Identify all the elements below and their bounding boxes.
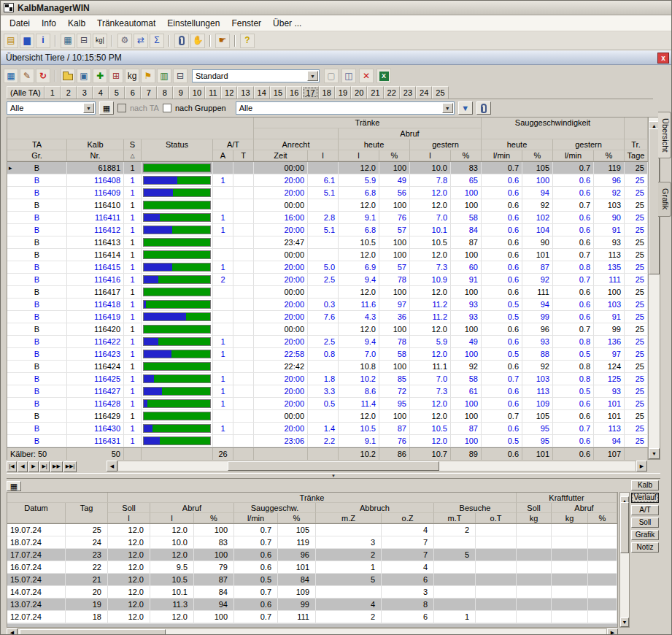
col-pct-header[interactable]: % (522, 150, 553, 161)
nav-button-5[interactable]: ▶▶| (63, 461, 77, 472)
col-l-header[interactable]: l (410, 150, 451, 161)
scroll-down-icon[interactable]: ▼ (620, 617, 629, 627)
title-bar[interactable]: KalbManagerWIN (1, 1, 671, 15)
automat-icon[interactable]: ⚙ (117, 34, 132, 48)
menu-fenster[interactable]: Fenster (225, 17, 267, 30)
table-row[interactable]: 15.07.242112.010.5870.58456 (7, 574, 617, 586)
paperclip-icon[interactable] (476, 101, 491, 115)
scroll-right-icon[interactable]: ▶ (636, 461, 647, 472)
tab-3[interactable]: 3 (77, 86, 93, 99)
col-besuche-header[interactable]: Besuche (434, 503, 517, 513)
table-row[interactable]: B1164231122:580.87.05812.01000.5880.5972… (7, 348, 648, 361)
tab-11[interactable]: 11 (205, 86, 221, 99)
tab-12[interactable]: 12 (221, 86, 237, 99)
animal-filter-combo[interactable]: Alle ▼ (236, 101, 455, 115)
side-button-a-t[interactable]: A/T (631, 505, 659, 515)
tab-18[interactable]: 18 (319, 86, 335, 99)
table-row[interactable]: B1164301120:001.410.58710.5870.6950.7113… (7, 423, 648, 435)
scrollbar-thumb[interactable] (228, 461, 439, 471)
journal-icon[interactable]: ▤ (4, 34, 18, 48)
col-at-header[interactable]: A/T (213, 139, 254, 150)
table-row[interactable]: B116418120:000.311.69711.2930.5940.61032… (7, 299, 648, 311)
col-ta-header[interactable]: TA (7, 139, 67, 150)
tab-1[interactable]: 1 (45, 86, 61, 99)
tab-6[interactable]: 6 (125, 86, 141, 99)
table-row[interactable]: 14.07.242012.010.1840.71093 (7, 586, 617, 599)
transfer-icon[interactable]: ⇄ (134, 34, 148, 48)
tab-4[interactable]: 4 (93, 86, 109, 99)
table-row[interactable]: 18.07.242412.010.0830.711937 (7, 536, 617, 549)
table-row[interactable]: B1164221120:002.59.4785.9490.6930.813625 (7, 336, 648, 348)
print-icon[interactable]: ⊟ (77, 34, 91, 48)
col-status-header[interactable]: Status (142, 139, 213, 161)
table-icon[interactable]: ▦ (61, 34, 75, 48)
tab-22[interactable]: 22 (384, 86, 400, 99)
excel-icon[interactable]: X (376, 69, 391, 83)
delete-icon[interactable]: ✕ (359, 69, 374, 83)
col-tage-header[interactable]: Tage (625, 150, 648, 161)
chart-icon[interactable]: ▆ (20, 34, 34, 48)
tab-5[interactable]: 5 (109, 86, 125, 99)
tab-19[interactable]: 19 (335, 86, 351, 99)
nav-button-0[interactable]: |◀ (7, 461, 17, 472)
table-row[interactable]: B116414100:0012.010012.01000.61010.71132… (7, 249, 648, 261)
table-row[interactable]: B116413123:4710.510010.5870.6900.69325 (7, 236, 648, 249)
open-folder-icon[interactable] (61, 69, 75, 83)
nav-button-3[interactable]: ▶| (39, 461, 50, 472)
col-lmin-header[interactable]: l/min (553, 150, 594, 161)
tab-24[interactable]: 24 (416, 86, 432, 99)
scrollbar-thumb[interactable] (20, 629, 166, 635)
group-filter-combo[interactable]: Alle ▼ (7, 101, 96, 115)
alarm-icon[interactable]: ⚑ (141, 69, 155, 83)
kg-icon[interactable]: kg| (93, 34, 107, 48)
col-l-header[interactable]: l (339, 150, 379, 161)
col-tr-header[interactable]: Tr. (625, 139, 648, 150)
col-zeit-header[interactable]: Zeit (254, 150, 308, 161)
info-icon[interactable]: i (36, 34, 50, 48)
nach-gruppen-checkbox[interactable] (163, 104, 171, 112)
side-button-grafik[interactable]: Grafik (631, 530, 659, 540)
scroll-down-icon[interactable]: ▼ (649, 448, 660, 459)
tab-alle-ta[interactable]: (Alle TA) (7, 86, 45, 99)
col-anrecht-header[interactable]: Anrecht (254, 139, 339, 150)
column-select-icon[interactable]: ▦ (99, 101, 114, 115)
tab-13[interactable]: 13 (237, 86, 253, 99)
col-s-header[interactable]: S (124, 139, 142, 150)
scrollbar-track[interactable] (18, 628, 607, 635)
menu-datei[interactable]: Datei (4, 17, 36, 30)
col-abbruch-header[interactable]: Abbruch (316, 503, 434, 513)
table-row[interactable]: B1164161220:002.59.47810.9910.6920.71112… (7, 274, 648, 286)
col-kf-abruf-header[interactable]: Abruf (552, 503, 617, 513)
scroll-left-icon[interactable]: ◀ (7, 628, 18, 635)
grid-new-icon[interactable]: ▦ (4, 69, 18, 83)
table-row[interactable]: B1164271120:003.38.6727.3610.61130.59325 (7, 385, 648, 398)
nav-button-1[interactable]: ◀ (18, 461, 28, 472)
table-row[interactable]: B116424122:4210.810011.1920.6920.812425 (7, 361, 648, 373)
hand-icon[interactable]: ✋ (190, 34, 205, 48)
tab-20[interactable]: 20 (351, 86, 367, 99)
scrollbar-track[interactable] (117, 461, 636, 472)
table-row[interactable]: B1164111116:002.89.1767.0580.61020.69025 (7, 212, 648, 224)
kg-icon[interactable]: kg (125, 69, 139, 83)
col-pct-header[interactable]: % (379, 150, 410, 161)
document-window-titlebar[interactable]: Übersicht Tiere / 10:15:50 PM x (1, 50, 671, 65)
col-abruf-header[interactable]: Abruf (150, 503, 234, 513)
col-nr-header[interactable]: Nr. (67, 150, 124, 161)
table-row[interactable]: 19.07.242512.012.01000.710542 (7, 524, 617, 536)
detail-horizontal-scrollbar[interactable]: ◀ ▶ (7, 628, 618, 635)
col-l-header[interactable]: l (308, 150, 339, 161)
scroll-right-icon[interactable]: ▶ (607, 628, 618, 635)
sort-indicator-icon[interactable]: △ (124, 150, 142, 161)
col-datum-header[interactable]: Datum (7, 503, 66, 523)
tab-16[interactable]: 16 (286, 86, 302, 99)
col-lmin-header[interactable]: l/min (482, 150, 522, 161)
tab-10[interactable]: 10 (189, 86, 205, 99)
splitter-handle[interactable]: ▼ (7, 473, 660, 479)
add-icon[interactable]: ✚ (93, 69, 107, 83)
col-saug-heute-header[interactable]: heute (482, 139, 553, 150)
table-row[interactable]: B116417100:0012.010012.01000.61110.61002… (7, 286, 648, 299)
refresh-icon[interactable]: ↻ (36, 69, 50, 83)
scrollbar-thumb[interactable] (620, 502, 629, 553)
table-row[interactable]: 13.07.241912.011.3940.69948 (7, 599, 617, 611)
col-heute-header[interactable]: heute (339, 139, 410, 150)
